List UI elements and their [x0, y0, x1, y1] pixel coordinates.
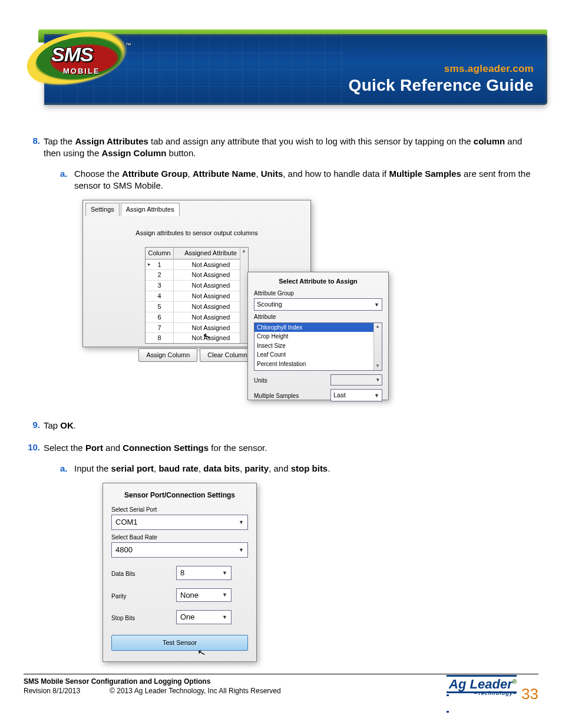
page-footer: SMS Mobile Sensor Configuration and Logg…: [24, 674, 538, 711]
list-item[interactable]: Leaf Count: [254, 350, 382, 360]
assign-column-button[interactable]: Assign Column: [138, 348, 197, 362]
tab-settings[interactable]: Settings: [85, 203, 120, 216]
list-item[interactable]: Crop Height: [254, 332, 382, 341]
multiple-samples-combo[interactable]: Last▼: [330, 389, 382, 401]
step-10-text: Select the Port and Connection Settings …: [44, 442, 538, 661]
tab-assign-attributes[interactable]: Assign Attributes: [121, 203, 180, 216]
grid-row[interactable]: 4Not Assigned: [146, 291, 248, 301]
list-item[interactable]: Pest Count: [254, 368, 382, 371]
dialog2-title: Select Attribute to Assign: [254, 277, 382, 286]
label-stop-bits: Stop Bits: [111, 614, 176, 622]
parity-combo[interactable]: None▼: [176, 588, 232, 602]
chevron-down-icon: ▼: [374, 301, 379, 308]
step-8-text: Tap the Assign Attributes tab and assign…: [44, 136, 538, 409]
label-serial-port: Select Serial Port: [111, 506, 248, 514]
assign-attributes-screenshot: Settings Assign Attributes Assign attrib…: [82, 200, 538, 403]
grid-header-column: Column: [146, 248, 174, 259]
grid-row[interactable]: 2Not Assigned: [146, 269, 248, 280]
step-number-8: 8.: [24, 136, 44, 409]
label-parity: Parity: [111, 592, 176, 601]
chevron-down-icon: ▼: [222, 591, 227, 598]
attributes-grid[interactable]: Column Assigned Attribute ▸1Not Assigned…: [145, 247, 249, 344]
grid-header-assigned: Assigned Attribute: [174, 248, 248, 259]
logo-subtext: MOBILE: [63, 67, 100, 75]
page-number: 33: [521, 685, 538, 703]
serial-port-combo[interactable]: COM1▼: [111, 515, 248, 530]
chevron-down-icon: ▾: [376, 376, 379, 383]
grid-row[interactable]: 6Not Assigned: [146, 312, 248, 322]
footer-copyright: © 2013 Ag Leader Technology, Inc All Rig…: [110, 687, 281, 695]
chevron-down-icon: ▼: [222, 614, 227, 621]
data-bits-combo[interactable]: 8▼: [176, 566, 232, 580]
stop-bits-combo[interactable]: One▼: [176, 610, 232, 624]
chevron-down-icon: ▼: [239, 546, 244, 554]
grid-row[interactable]: 8Not Assigned: [146, 332, 248, 343]
label-attribute-group: Attribute Group: [254, 289, 382, 298]
baud-rate-combo[interactable]: 4800▼: [111, 542, 248, 558]
label-data-bits: Data Bits: [111, 570, 176, 578]
footer-title: SMS Mobile Sensor Configuration and Logg…: [24, 677, 210, 686]
grid-row[interactable]: ▸1Not Assigned: [146, 259, 248, 270]
step-8a-letter: a.: [60, 168, 74, 192]
select-attribute-dialog: Select Attribute to Assign Attribute Gro…: [247, 272, 389, 400]
label-attribute: Attribute: [254, 313, 382, 321]
step-number-10: 10.: [24, 442, 44, 661]
label-multiple-samples: Multiple Samples: [254, 392, 326, 400]
banner-title: Quick Reference Guide: [349, 76, 534, 95]
list-item[interactable]: Insect Size: [254, 341, 382, 351]
label-units: Units: [254, 377, 326, 385]
sms-mobile-logo: SMS ™ MOBILE: [9, 15, 162, 103]
units-combo[interactable]: ▾: [330, 374, 382, 385]
test-sensor-button[interactable]: Test Sensor: [111, 635, 248, 651]
grid-scrollbar[interactable]: [240, 248, 248, 344]
step-10a-text: Input the serial port, baud rate, data b…: [74, 463, 330, 475]
step-9-text: Tap OK.: [44, 420, 538, 431]
step-number-9: 9.: [24, 420, 44, 431]
list-item[interactable]: Percent Infestation: [254, 360, 382, 369]
attribute-listbox[interactable]: Chlorophyll Index Crop Height Insect Siz…: [254, 322, 382, 371]
header-banner: sms.agleader.com Quick Reference Guide S…: [15, 18, 547, 106]
step-10a-letter: a.: [60, 463, 74, 475]
grid-row[interactable]: 7Not Assigned: [146, 322, 248, 333]
dialog-instruction: Assign attributes to sensor output colum…: [85, 229, 308, 238]
label-baud-rate: Select Baud Rate: [111, 533, 248, 542]
dialog3-title: Sensor Port/Connection Settings: [111, 490, 248, 500]
logo-tm: ™: [125, 42, 131, 48]
listbox-scrollbar[interactable]: [373, 323, 382, 370]
grid-row[interactable]: 3Not Assigned: [146, 280, 248, 291]
logo-text: SMS: [51, 43, 93, 66]
clear-column-button[interactable]: Clear Column: [200, 348, 254, 362]
grid-row[interactable]: 5Not Assigned: [146, 301, 248, 312]
footer-revision: Revision 8/1/2013: [24, 687, 80, 695]
chevron-down-icon: ▼: [239, 519, 244, 526]
chevron-down-icon: ▼: [222, 569, 227, 577]
chevron-down-icon: ▼: [374, 392, 379, 399]
attribute-group-combo[interactable]: Scouting▼: [254, 298, 382, 311]
port-settings-screenshot: Sensor Port/Connection Settings Select S…: [103, 483, 538, 662]
step-8a-text: Choose the Attribute Group, Attribute Na…: [74, 168, 538, 192]
ag-leader-logo: Ag Leader® =Technology=: [447, 675, 517, 713]
banner-url: sms.agleader.com: [444, 63, 534, 75]
port-settings-dialog: Sensor Port/Connection Settings Select S…: [103, 483, 257, 662]
list-item[interactable]: Chlorophyll Index: [254, 323, 382, 332]
